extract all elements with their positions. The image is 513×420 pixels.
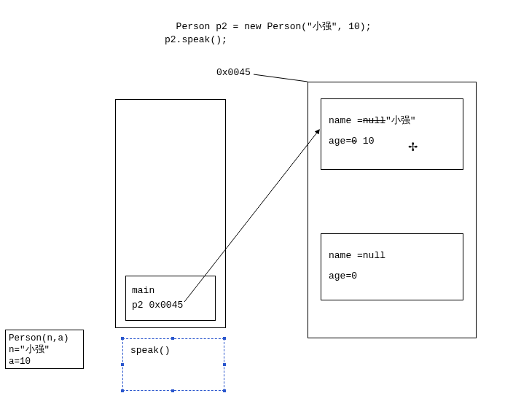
- stack-main-p2: p2 0x0045: [132, 298, 209, 313]
- p2-value: 0x0045: [149, 300, 183, 311]
- selection-handle: [171, 337, 174, 340]
- stack-main-label: main: [132, 284, 209, 298]
- address-label: 0x0045: [216, 67, 251, 78]
- person-line3: a=10: [9, 356, 80, 368]
- selection-handle: [121, 389, 124, 392]
- obj1-name-line: name =null"小强": [329, 111, 455, 131]
- move-cursor-icon: ✢: [408, 140, 418, 154]
- person-line1: Person(n,a): [9, 332, 80, 344]
- speak-label: speak(): [130, 345, 216, 356]
- code-line-2: p2.speak();: [165, 34, 227, 45]
- selection-handle: [223, 337, 226, 340]
- selection-handle: [171, 389, 174, 392]
- selection-handle: [223, 363, 226, 366]
- obj1-age-line: age=0 10: [329, 131, 455, 152]
- obj1-age-old: 0: [351, 136, 357, 147]
- svg-line-0: [254, 74, 308, 82]
- selection-handle: [121, 337, 124, 340]
- heap-object-2: name =null age=0: [321, 233, 463, 300]
- obj2-age-line: age=0: [329, 266, 455, 287]
- p2-label: p2: [132, 300, 144, 311]
- obj1-age-new: 10: [363, 136, 375, 147]
- obj1-name-old: null: [363, 115, 385, 126]
- stack-frame-person: Person(n,a) n="小强" a=10: [5, 330, 84, 369]
- obj2-name-line: name =null: [329, 246, 455, 266]
- heap-object-1: name =null"小强" age=0 10: [321, 98, 463, 170]
- code-snippet: Person p2 = new Person("小强", 10); p2.spe…: [165, 7, 371, 47]
- obj1-name-new: "小强": [385, 115, 416, 126]
- stack-frame-speak: speak(): [122, 338, 224, 391]
- stack-frame-main: main p2 0x0045: [125, 276, 216, 321]
- selection-handle: [223, 389, 226, 392]
- selection-handle: [121, 363, 124, 366]
- person-line2: n="小强": [9, 344, 80, 356]
- code-line-1: Person p2 = new Person("小强", 10);: [176, 21, 372, 32]
